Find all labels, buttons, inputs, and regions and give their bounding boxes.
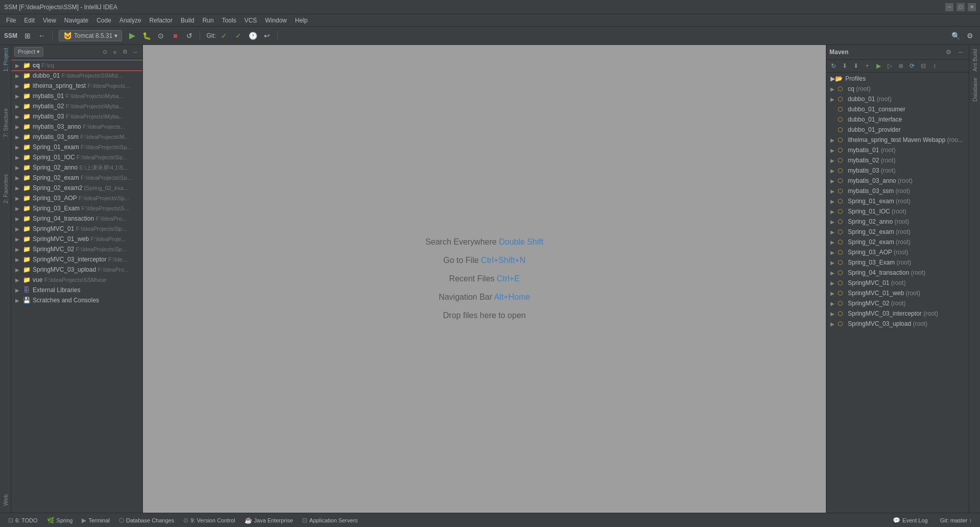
tree-item-external-libraries[interactable]: ▶ 🗄 External Libraries <box>11 285 142 295</box>
menu-item-build[interactable]: Build <box>177 16 199 25</box>
git-rollback-button[interactable]: ↩ <box>261 30 273 42</box>
tree-item-cq[interactable]: ▶ 📁 cq F:\cq <box>11 60 142 70</box>
sidebar-tab-web[interactable]: Web <box>1 491 10 509</box>
tree-item-spring01ioc[interactable]: ▶ 📁 Spring_01_IOC F:\IdeaProjects\Sp... <box>11 152 142 162</box>
tree-item-springmvc02[interactable]: ▶ 📁 SpringMVC_02 F:\IdeaProjects\Sp... <box>11 244 142 254</box>
minimize-button[interactable]: ─ <box>945 3 953 11</box>
run-with-coverage-button[interactable]: ⊙ <box>155 30 167 42</box>
tree-item-springmvc03interceptor[interactable]: ▶ 📁 SpringMVC_03_interceptor F:\Ide... <box>11 254 142 265</box>
menu-item-tools[interactable]: Tools <box>218 16 240 25</box>
menu-item-view[interactable]: View <box>39 16 60 25</box>
close-button[interactable]: ✕ <box>968 3 976 11</box>
maven-download-sources-button[interactable]: ⬇ <box>851 61 861 71</box>
debug-button[interactable]: 🐛 <box>140 30 153 42</box>
status-tab-terminal[interactable]: ▶ Terminal <box>78 516 114 525</box>
toolbar-nav-back-icon[interactable]: ← <box>36 30 48 42</box>
maven-filter-button[interactable]: ⊟ <box>918 61 928 71</box>
maven-item-dubbo01[interactable]: ▶ ⬡ dubbo_01 (root) <box>826 94 969 104</box>
tree-item-springmvc03upload[interactable]: ▶ 📁 SpringMVC_03_upload F:\IdeaPro... <box>11 265 142 275</box>
maven-item-springmvc01web[interactable]: ▶ ⬡ SpringMVC_01_web (root) <box>826 288 969 298</box>
maven-item-mybatis03[interactable]: ▶ ⬡ mybatis_03 (root) <box>826 165 969 176</box>
run-button[interactable]: ▶ <box>126 30 138 42</box>
maven-item-springmvc01[interactable]: ▶ ⬡ SpringMVC_01 (root) <box>826 278 969 288</box>
status-tab-java-enterprise[interactable]: ☕ Java Enterprise <box>240 516 297 525</box>
maven-item-mybatis01[interactable]: ▶ ⬡ mybatis_01 (root) <box>826 145 969 155</box>
maven-run2-button[interactable]: ▷ <box>885 61 895 71</box>
maven-item-spring01ioc[interactable]: ▶ ⬡ Spring_01_IOC (root) <box>826 206 969 217</box>
maven-item-springmvc02[interactable]: ▶ ⬡ SpringMVC_02 (root) <box>826 298 969 308</box>
maven-refresh-button[interactable]: ↻ <box>828 61 839 71</box>
maven-item-spring02anno[interactable]: ▶ ⬡ Spring_02_anno (root) <box>826 217 969 227</box>
maven-item-spring01exam[interactable]: ▶ ⬡ Spring_01_exam (root) <box>826 196 969 206</box>
status-tab-todo[interactable]: ⊡ 6: TODO <box>4 516 42 525</box>
right-tab-database[interactable]: Database <box>971 76 979 104</box>
tree-item-itheima[interactable]: ▶ 📁 itheima_spring_test F:\IdeaProjects.… <box>11 81 142 91</box>
tree-item-springmvc01web[interactable]: ▶ 📁 SpringMVC_01_web F:\IdeaProje... <box>11 234 142 244</box>
status-tab-version-control[interactable]: ⊙ 9: Version Control <box>179 516 239 525</box>
maven-item-dubbo01provider[interactable]: ⬡ dubbo_01_provider <box>826 125 969 135</box>
project-view-dropdown[interactable]: Project ▾ <box>14 47 43 57</box>
sidebar-tab-structure[interactable]: 7: Structure <box>1 105 10 140</box>
menu-item-code[interactable]: Code <box>92 16 115 25</box>
status-git-branch[interactable]: Git: master ↑ <box>936 516 976 524</box>
search-everywhere-button[interactable]: 🔍 <box>949 30 962 42</box>
maximize-button[interactable]: □ <box>957 3 965 11</box>
maven-sort-button[interactable]: ↕ <box>929 61 940 71</box>
maven-profiles-row[interactable]: ▶ 📂 Profiles <box>826 74 969 84</box>
maven-item-springmvc03interceptor[interactable]: ▶ ⬡ SpringMVC_03_interceptor (root) <box>826 308 969 319</box>
panel-minimize-icon[interactable]: ─ <box>131 48 139 56</box>
maven-item-spring03exam[interactable]: ▶ ⬡ Spring_03_Exam (root) <box>826 257 969 268</box>
tree-item-mybatis03ssm[interactable]: ▶ 📁 mybatis_03_ssm F:\IdeaProjects\M... <box>11 132 142 142</box>
maven-item-cq[interactable]: ▶ ⬡ cq (root) <box>826 84 969 94</box>
maven-add-button[interactable]: + <box>862 61 872 71</box>
tree-item-spring01exam[interactable]: ▶ 📁 Spring_01_exam F:\IdeaProjects\Sp... <box>11 142 142 152</box>
run-config-selector[interactable]: 🐱 Tomcat 8.5.31 ▾ <box>59 30 122 41</box>
menu-item-navigate[interactable]: Navigate <box>60 16 92 25</box>
tree-item-scratches[interactable]: ▶ 💾 Scratches and Consoles <box>11 295 142 305</box>
tree-item-mybatis01[interactable]: ▶ 📁 mybatis_01 F:\IdeaProjects\Myba... <box>11 91 142 101</box>
status-tab-db-changes[interactable]: ⬡ Database Changes <box>115 516 178 525</box>
maven-item-dubbo01consumer[interactable]: ⬡ dubbo_01_consumer <box>826 104 969 114</box>
right-tab-ant-build[interactable]: Ant Build <box>971 47 979 74</box>
panel-locate-icon[interactable]: ⊙ <box>101 48 109 56</box>
toolbar-grid-icon[interactable]: ⊞ <box>21 30 34 42</box>
status-tab-spring[interactable]: 🌿 Spring <box>43 516 77 525</box>
tree-item-spring02exam[interactable]: ▶ 📁 Spring_02_exam F:\IdeaProjects\Sp... <box>11 173 142 183</box>
tree-item-dubbo01[interactable]: ▶ 📁 dubbo_01 F:\IdeaProjects\SSM\d... <box>11 70 142 81</box>
status-event-log[interactable]: 💬 Event Log <box>889 516 932 525</box>
maven-item-springmvc03upload[interactable]: ▶ ⬡ SpringMVC_03_upload (root) <box>826 319 969 329</box>
tree-item-mybatis03anno[interactable]: ▶ 📁 mybatis_03_anno F:\IdeaProjects... <box>11 122 142 132</box>
maven-item-spring02exam[interactable]: ▶ ⬡ Spring_02_exam (root) <box>826 227 969 237</box>
menu-item-help[interactable]: Help <box>291 16 312 25</box>
maven-download-button[interactable]: ⬇ <box>840 61 850 71</box>
tree-item-mybatis03[interactable]: ▶ 📁 mybatis_03 F:\IdeaProjects\Myba... <box>11 111 142 122</box>
maven-sync-button[interactable]: ⟳ <box>907 61 917 71</box>
status-tab-app-servers[interactable]: ⊡ Application Servers <box>298 516 362 525</box>
panel-settings-icon[interactable]: ⚙ <box>121 48 129 56</box>
tree-item-spring02anno[interactable]: ▶ 📁 Spring_02_anno E:\上课录屏\4.1\S... <box>11 162 142 173</box>
maven-minimize-button[interactable]: ─ <box>955 47 966 57</box>
maven-item-spring03aop[interactable]: ▶ ⬡ Spring_03_AOP (root) <box>826 247 969 257</box>
tree-item-spring04transaction[interactable]: ▶ 📁 Spring_04_transaction F:\IdeaPro... <box>11 213 142 224</box>
menu-item-analyze[interactable]: Analyze <box>115 16 145 25</box>
maven-item-spring04transaction[interactable]: ▶ ⬡ Spring_04_transaction (root) <box>826 268 969 278</box>
git-clock-button[interactable]: 🕐 <box>247 30 259 42</box>
panel-sort-icon[interactable]: ≡ <box>111 48 119 56</box>
git-check2-button[interactable]: ✓ <box>232 30 244 42</box>
tree-item-spring03aop[interactable]: ▶ 📁 Spring_03_AOP F:\IdeaProjects\Sp... <box>11 193 142 203</box>
menu-item-file[interactable]: File <box>2 16 20 25</box>
settings-button[interactable]: ⚙ <box>964 30 976 42</box>
maven-settings-button[interactable]: ⚙ <box>943 47 953 57</box>
rerun-button[interactable]: ↺ <box>183 30 195 42</box>
tree-item-mybatis02[interactable]: ▶ 📁 mybatis_02 F:\IdeaProjects\Myba... <box>11 101 142 111</box>
git-check1-button[interactable]: ✓ <box>218 30 230 42</box>
maven-item-dubbo01interface[interactable]: ⬡ dubbo_01_interface <box>826 114 969 125</box>
maven-run-button[interactable]: ▶ <box>873 61 884 71</box>
menu-item-run[interactable]: Run <box>199 16 218 25</box>
menu-item-refactor[interactable]: Refactor <box>145 16 177 25</box>
maven-item-spring02exam2[interactable]: ▶ ⬡ Spring_02_exam (root) <box>826 237 969 247</box>
maven-item-mybatis02[interactable]: ▶ ⬡ mybatis_02 (root) <box>826 155 969 165</box>
maven-item-mybatis03ssm[interactable]: ▶ ⬡ mybatis_03_ssm (root) <box>826 186 969 196</box>
tree-item-spring02exam2[interactable]: ▶ 📁 Spring_02_exam2 [Spring_02_exa... <box>11 183 142 193</box>
menu-item-window[interactable]: Window <box>261 16 291 25</box>
